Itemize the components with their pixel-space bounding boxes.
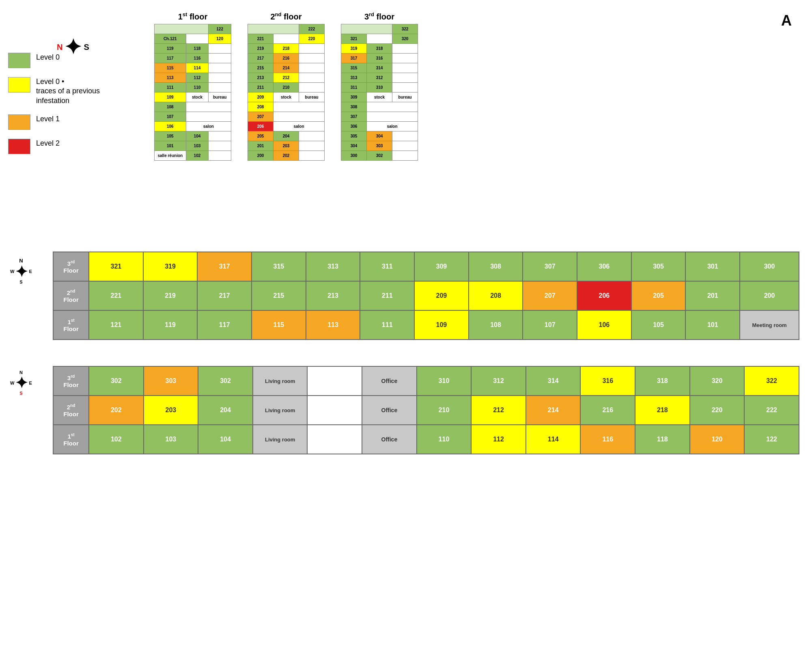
room-115: 115 — [252, 310, 306, 340]
room-309: 309 — [414, 252, 469, 281]
room-209: 209 — [414, 281, 469, 310]
room-111: 111 — [360, 310, 414, 340]
table-row: 2ndFloor 221 219 217 215 213 211 209 208… — [53, 281, 799, 310]
room-318: 318 — [635, 366, 690, 396]
floor-map-2: 222 221220 219218 217216 215214 213212 2… — [248, 24, 325, 161]
legend-color-level2 — [8, 139, 30, 154]
table-b-top: 3rdFloor 321 319 317 315 313 311 309 308… — [53, 252, 799, 340]
room-210: 210 — [417, 396, 472, 425]
header-2nd-floor: 2ndFloor — [53, 281, 89, 310]
room-315: 315 — [252, 252, 306, 281]
table-row: 1stFloor 121 119 117 115 113 111 109 108… — [53, 310, 799, 340]
room-office-1: Office — [362, 425, 417, 454]
room-102: 102 — [89, 425, 144, 454]
room-200: 200 — [740, 281, 799, 310]
table-row: 3rdFloor 321 319 317 315 313 311 309 308… — [53, 252, 799, 281]
compass-b2: N W ✦ E S — [10, 370, 32, 396]
room-321: 321 — [89, 252, 143, 281]
room-206: 206 — [577, 281, 631, 310]
room-office-2: Office — [362, 396, 417, 425]
room-320: 320 — [690, 366, 745, 396]
header-1st-floor: 1stFloor — [53, 310, 89, 340]
floor-plan-1: 1st floor 122 Ch.121120 119118 117116 11… — [154, 11, 231, 161]
legend-color-level0 — [8, 53, 30, 68]
legend-label-level2: Level 2 — [36, 139, 60, 148]
room-302a: 302 — [89, 366, 144, 396]
room-office-3: Office — [362, 366, 417, 396]
grid-b-bottom: 3rdFloor 302 303 302 Living room Office … — [53, 366, 799, 454]
header-3rd-floor-b: 3rdFloor — [53, 366, 89, 396]
room-211: 211 — [360, 281, 414, 310]
room-217: 217 — [197, 281, 252, 310]
room-301: 301 — [685, 252, 740, 281]
room-205: 205 — [631, 281, 686, 310]
floor-plans-container: 1st floor 122 Ch.121120 119118 117116 11… — [154, 11, 418, 161]
legend-item-level2: Level 2 — [8, 139, 118, 154]
room-203: 203 — [144, 396, 198, 425]
header-1st-floor-b: 1stFloor — [53, 425, 89, 454]
table-row: 3rdFloor 302 303 302 Living room Office … — [53, 366, 799, 396]
room-116: 116 — [580, 425, 635, 454]
room-120: 120 — [690, 425, 745, 454]
room-207: 207 — [523, 281, 577, 310]
legend-color-level0-traces — [8, 77, 30, 93]
legend-label-level0-traces: Level 0 •traces of a previous infestatio… — [36, 77, 118, 105]
room-105: 105 — [631, 310, 686, 340]
grid-b-top: 3rdFloor 321 319 317 315 313 311 309 308… — [53, 252, 799, 340]
room-212: 212 — [471, 396, 526, 425]
room-119: 119 — [143, 310, 198, 340]
room-317: 317 — [197, 252, 252, 281]
legend: Level 0 Level 0 •traces of a previous in… — [8, 53, 118, 163]
header-2nd-floor-b: 2ndFloor — [53, 396, 89, 425]
table-row: 1stFloor 102 103 104 Living room Office … — [53, 425, 799, 454]
room-314: 314 — [526, 366, 581, 396]
room-316: 316 — [580, 366, 635, 396]
compass-s: S — [84, 43, 89, 52]
room-313: 313 — [306, 252, 360, 281]
room-103: 103 — [144, 425, 198, 454]
floor-map-3: 322 321320 319318 317316 315314 313312 3… — [341, 24, 418, 161]
floor-title-2: 2nd floor — [270, 11, 302, 22]
room-104: 104 — [198, 425, 253, 454]
room-201: 201 — [685, 281, 740, 310]
legend-label-level1: Level 1 — [36, 114, 60, 124]
room-213: 213 — [306, 281, 360, 310]
room-216: 216 — [580, 396, 635, 425]
room-222: 222 — [744, 396, 799, 425]
room-122: 122 — [744, 425, 799, 454]
room-114: 114 — [526, 425, 581, 454]
compass-b1: N W ✦ E S — [10, 258, 32, 285]
room-101: 101 — [685, 310, 740, 340]
room-219: 219 — [143, 281, 198, 310]
room-living-1: Living room — [253, 425, 308, 454]
header-3rd-floor: 3rdFloor — [53, 252, 89, 281]
room-117: 117 — [197, 310, 252, 340]
room-112: 112 — [471, 425, 526, 454]
room-305: 305 — [631, 252, 686, 281]
legend-item-level1: Level 1 — [8, 114, 118, 130]
room-living-2: Living room — [253, 396, 308, 425]
room-300: 300 — [740, 252, 799, 281]
floor-title-1: 1st floor — [178, 11, 208, 22]
room-319: 319 — [143, 252, 198, 281]
room-312: 312 — [471, 366, 526, 396]
room-303: 303 — [144, 366, 198, 396]
table-row: 2ndFloor 202 203 204 Living room Office … — [53, 396, 799, 425]
room-220: 220 — [690, 396, 745, 425]
room-204: 204 — [198, 396, 253, 425]
room-306: 306 — [577, 252, 631, 281]
room-214: 214 — [526, 396, 581, 425]
room-106: 106 — [577, 310, 631, 340]
room-107: 107 — [523, 310, 577, 340]
room-322: 322 — [744, 366, 799, 396]
room-121: 121 — [89, 310, 143, 340]
table-b-bottom: 3rdFloor 302 303 302 Living room Office … — [53, 366, 799, 454]
floor-plan-3: 3rd floor 322 321320 319318 317316 31531… — [341, 11, 418, 161]
room-302b: 302 — [198, 366, 253, 396]
room-218: 218 — [635, 396, 690, 425]
floor-title-3: 3rd floor — [364, 11, 394, 22]
room-307: 307 — [523, 252, 577, 281]
room-208: 208 — [469, 281, 523, 310]
compass-n: N — [57, 43, 62, 52]
room-meeting: Meeting room — [740, 310, 799, 340]
